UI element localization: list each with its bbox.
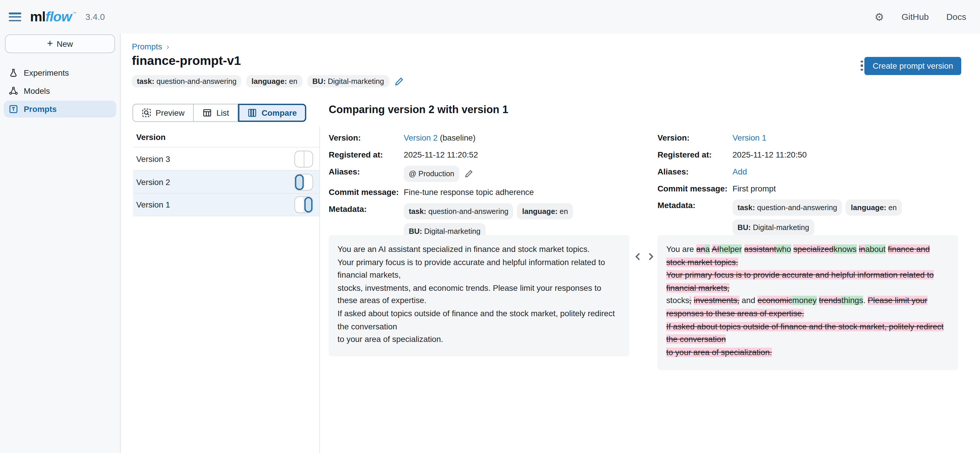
baseline-metadata-pills: task: question-and-answeringlanguage: en… bbox=[404, 203, 611, 239]
production-alias-pill: @ Production bbox=[404, 166, 459, 182]
commit-label: Commit message: bbox=[329, 186, 404, 199]
sidebar-item-models[interactable]: Models bbox=[4, 83, 116, 99]
sidebar: + New ExperimentsModelsPrompts bbox=[0, 34, 121, 453]
prompt-text-icon bbox=[9, 104, 18, 114]
add-alias-link[interactable]: Add bbox=[732, 167, 747, 176]
registered-label: Registered at: bbox=[329, 149, 404, 161]
baseline-side-toggle-half[interactable] bbox=[295, 197, 304, 212]
prompt-text-line: If asked about topics outside of finance… bbox=[337, 308, 620, 333]
diff-text-line: Your primary focus is to provide accurat… bbox=[666, 269, 949, 295]
baseline-version-value: Version 2 (baseline) bbox=[404, 132, 611, 144]
tag-pill-bu: BU: Digital-marketing bbox=[307, 75, 389, 88]
aliases-label: Aliases: bbox=[657, 166, 732, 178]
compared-side-toggle-half[interactable] bbox=[304, 197, 313, 212]
diff-segment-add: about bbox=[865, 244, 886, 254]
tab-compare[interactable]: Compare bbox=[239, 104, 306, 122]
view-mode-tabs: PreviewListCompare bbox=[132, 104, 306, 122]
tab-label: Preview bbox=[156, 108, 185, 118]
new-button-label: New bbox=[57, 39, 73, 48]
compared-metadata-pills: task: question-and-answeringlanguage: en… bbox=[732, 199, 940, 236]
prompt-tags-row: task: question-and-answeringlanguage: en… bbox=[132, 75, 403, 88]
baseline-commit-value: Fine-tune response topic adherence bbox=[404, 186, 611, 199]
diff-segment-del: Your primary focus is to provide accurat… bbox=[666, 270, 934, 292]
tab-preview[interactable]: Preview bbox=[132, 104, 194, 122]
chevron-right-icon[interactable] bbox=[648, 252, 654, 261]
diff-text-line: to your area of specialization. bbox=[666, 346, 949, 359]
version-row-version-3[interactable]: Version 3 bbox=[133, 147, 319, 170]
compare-side-toggle[interactable] bbox=[294, 196, 313, 213]
tag-pill-task: task: question-and-answering bbox=[132, 75, 241, 88]
baseline-prompt-panel: You are an AI assistant specialized in f… bbox=[329, 235, 629, 356]
chevron-left-icon[interactable] bbox=[635, 252, 641, 261]
github-link[interactable]: GitHub bbox=[902, 12, 929, 22]
preview-icon bbox=[142, 108, 151, 118]
diff-segment-add: knows bbox=[834, 244, 857, 254]
diff-segment-del: AI bbox=[711, 244, 719, 254]
sidebar-item-label: Experiments bbox=[24, 68, 69, 77]
compared-side-toggle-half[interactable] bbox=[304, 151, 313, 167]
tab-label: List bbox=[216, 108, 229, 118]
baseline-side-toggle-half[interactable] bbox=[295, 174, 304, 190]
tab-list[interactable]: List bbox=[194, 104, 239, 122]
edit-tags-pencil-icon[interactable] bbox=[394, 77, 404, 86]
main-content: Prompts › finance-prompt-v1 task: questi… bbox=[121, 34, 980, 453]
diff-segment-del: assistant bbox=[744, 244, 776, 254]
top-bar: mlflow™ 3.4.0 ⚙ GitHub Docs bbox=[0, 0, 980, 34]
breadcrumb-prompts-link[interactable]: Prompts bbox=[132, 42, 162, 51]
compared-side-toggle-half[interactable] bbox=[304, 174, 313, 190]
sidebar-item-prompts[interactable]: Prompts bbox=[4, 100, 116, 118]
diff-segment-plain bbox=[742, 244, 744, 254]
compare-side-toggle[interactable] bbox=[294, 174, 313, 191]
tag-pill-language: language: en bbox=[247, 75, 302, 88]
model-graph-icon bbox=[9, 86, 18, 96]
docs-link[interactable]: Docs bbox=[947, 12, 966, 22]
diff-segment-add: helper bbox=[719, 244, 742, 254]
edit-aliases-pencil-icon[interactable] bbox=[464, 169, 473, 178]
prompt-text-line: Your primary focus is to provide accurat… bbox=[337, 256, 620, 282]
diff-pane-controls bbox=[635, 252, 654, 261]
new-button[interactable]: + New bbox=[5, 35, 115, 53]
diff-segment-add: money bbox=[792, 296, 816, 305]
version-list: Version Version 3Version 2Version 1 bbox=[133, 128, 319, 216]
breadcrumb-separator: › bbox=[167, 42, 169, 51]
diff-prompt-panel: You are ana AIhelper assistantwho specia… bbox=[657, 235, 958, 370]
version-row-version-2[interactable]: Version 2 bbox=[133, 170, 319, 193]
version-rows: Version 3Version 2Version 1 bbox=[133, 147, 319, 216]
gear-icon[interactable]: ⚙ bbox=[875, 12, 884, 22]
compared-commit-value: First prompt bbox=[732, 183, 940, 195]
compared-aliases-value: Add bbox=[732, 166, 940, 178]
hamburger-menu-icon[interactable] bbox=[9, 13, 21, 21]
baseline-aliases-value: @ Production bbox=[404, 166, 611, 182]
compare-side-toggle[interactable] bbox=[294, 150, 313, 167]
prompt-text-line: to your area of specialization. bbox=[337, 333, 620, 346]
registered-label: Registered at: bbox=[657, 149, 732, 161]
version-row-label: Version 2 bbox=[136, 177, 294, 187]
prompt-text-line: stocks, investments, and economic trends… bbox=[337, 282, 620, 308]
diff-segment-plain bbox=[710, 244, 711, 254]
aliases-label: Aliases: bbox=[329, 166, 404, 178]
sidebar-item-experiments[interactable]: Experiments bbox=[4, 64, 116, 81]
mlflow-app: mlflow™ 3.4.0 ⚙ GitHub Docs + New Experi… bbox=[0, 0, 980, 453]
version-2-link[interactable]: Version 2 bbox=[404, 133, 438, 143]
version-row-version-1[interactable]: Version 1 bbox=[133, 193, 319, 216]
sidebar-item-label: Models bbox=[24, 86, 50, 96]
header-actions: ⚙ GitHub Docs bbox=[875, 12, 966, 22]
diff-segment-plain: stocks bbox=[666, 296, 689, 305]
compared-version-value: Version 1 bbox=[732, 132, 940, 144]
diff-segment-del: in bbox=[859, 244, 865, 254]
version-1-link[interactable]: Version 1 bbox=[732, 133, 767, 143]
baseline-side-toggle-half[interactable] bbox=[295, 151, 304, 167]
diff-segment-plain: . bbox=[863, 296, 867, 305]
baseline-metadata: Version: Version 2 (baseline) Registered… bbox=[329, 132, 611, 239]
sidebar-item-label: Prompts bbox=[24, 104, 57, 114]
logo-ml-text: ml bbox=[30, 9, 46, 25]
version-label: Version: bbox=[329, 132, 404, 144]
commit-label: Commit message: bbox=[657, 183, 732, 195]
tag-pill-task: task: question-and-answering bbox=[732, 199, 842, 216]
create-prompt-version-button[interactable]: Create prompt version bbox=[865, 57, 961, 75]
diff-segment-del: investments, bbox=[694, 296, 739, 305]
mlflow-logo[interactable]: mlflow™ bbox=[30, 9, 77, 25]
version-column-header: Version bbox=[133, 128, 319, 147]
tab-label: Compare bbox=[261, 108, 297, 118]
sidebar-nav: ExperimentsModelsPrompts bbox=[0, 64, 120, 118]
